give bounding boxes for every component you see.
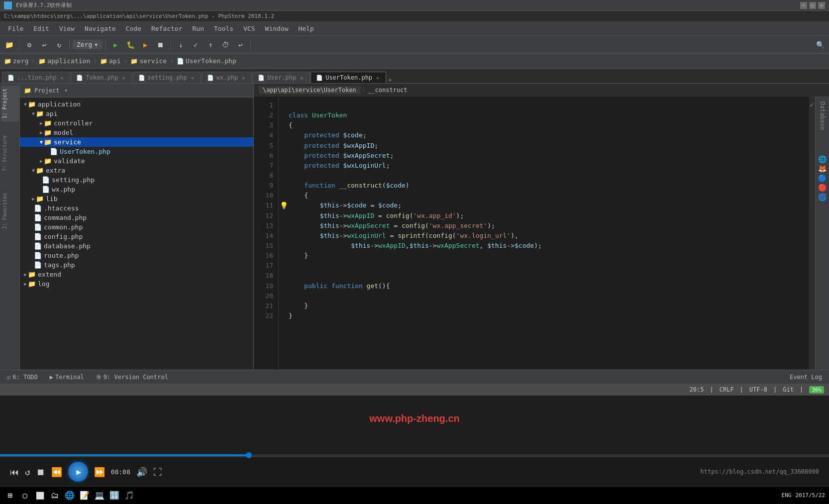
breadcrumb-service[interactable]: 📁 service xyxy=(130,57,167,65)
scrollbar[interactable]: ✓ xyxy=(809,97,815,370)
tab-close-3[interactable]: ✕ xyxy=(240,75,246,81)
fullscreen-button[interactable]: ⛶ xyxy=(153,467,162,477)
menu-run[interactable]: Run xyxy=(189,24,208,33)
calculator-taskbar[interactable]: 🔢 xyxy=(108,490,120,502)
next-button[interactable]: ⏩ xyxy=(94,467,105,477)
rewind-button[interactable]: ⏮ xyxy=(10,467,19,477)
firefox-icon[interactable]: 🦊 xyxy=(818,165,827,173)
tree-item-config[interactable]: 📄 config.php xyxy=(20,232,253,241)
menu-file[interactable]: File xyxy=(4,24,27,33)
tree-item-api[interactable]: ▼ 📁 api xyxy=(20,109,253,118)
tab-close-1[interactable]: ✕ xyxy=(121,75,127,81)
vcs-update-button[interactable]: ↓ xyxy=(174,38,188,52)
project-view-button[interactable]: 📁 xyxy=(2,38,16,52)
vcs-commit-button[interactable]: ✓ xyxy=(189,38,203,52)
tree-item-log[interactable]: ▶ 📁 log xyxy=(20,279,253,289)
chrome-icon[interactable]: 🌐 xyxy=(818,155,827,163)
menu-tools[interactable]: Tools xyxy=(210,24,237,33)
terminal-button[interactable]: ▶ Terminal xyxy=(48,373,86,382)
video-progress-thumb[interactable] xyxy=(246,452,252,458)
database-panel[interactable]: Database 🌐 🦊 🔵 🔴 🌀 xyxy=(815,97,829,370)
volume-button[interactable]: 🔊 xyxy=(136,467,147,477)
video-progress-bar[interactable] xyxy=(0,454,829,456)
prev-button[interactable]: ⏪ xyxy=(51,467,62,477)
menu-code[interactable]: Code xyxy=(122,24,145,33)
tab-close-2[interactable]: ✕ xyxy=(190,75,196,81)
tree-item-application[interactable]: ▼ 📁 application xyxy=(20,100,253,109)
cortana-button[interactable]: ⬜ xyxy=(34,490,46,502)
menu-navigate[interactable]: Navigate xyxy=(81,24,120,33)
more-tabs-button[interactable]: ▸ xyxy=(389,76,392,83)
close-button[interactable]: ✕ xyxy=(818,2,825,9)
event-log-button[interactable]: Event Log xyxy=(788,373,824,382)
menu-refactor[interactable]: Refactor xyxy=(147,24,187,33)
tree-item-route[interactable]: 📄 route.php xyxy=(20,251,253,260)
media-taskbar[interactable]: 🎵 xyxy=(123,490,135,502)
tab-close-0[interactable]: ✕ xyxy=(59,75,65,81)
breadcrumb-zerg[interactable]: 📁 zerg xyxy=(4,57,28,65)
debug-button[interactable]: 🐛 xyxy=(123,38,137,52)
reload-button[interactable]: ↻ xyxy=(52,38,66,52)
tree-item-lib[interactable]: ▶ 📁 lib xyxy=(20,194,253,203)
search-button[interactable]: ○ xyxy=(19,490,31,502)
maximize-button[interactable]: □ xyxy=(809,2,816,9)
tree-item-htaccess[interactable]: 📄 .htaccess xyxy=(20,203,253,213)
tab-3[interactable]: 📄 wx.php ✕ xyxy=(202,72,252,83)
tree-item-validate[interactable]: ▶ 📁 validate xyxy=(20,156,253,166)
tab-1[interactable]: 📄 Token.php ✕ xyxy=(71,72,132,83)
stop-button[interactable]: ⏹ xyxy=(153,38,167,52)
tree-item-controller[interactable]: ▶ 📁 controller xyxy=(20,118,253,128)
project-dropdown[interactable]: Zerg ▾ xyxy=(73,40,102,49)
tab-close-5[interactable]: ✕ xyxy=(375,75,381,81)
project-panel-button[interactable]: 1: Project xyxy=(1,86,19,121)
tree-item-service[interactable]: ▼ 📁 service xyxy=(20,137,253,147)
menu-vcs[interactable]: VCS xyxy=(239,24,259,33)
tree-item-command[interactable]: 📄 command.php xyxy=(20,213,253,222)
stop-button[interactable]: ⏹ xyxy=(36,467,45,477)
vcs-history-button[interactable]: ⏱ xyxy=(218,38,232,52)
phpstorm-taskbar[interactable]: 💻 xyxy=(94,490,105,502)
tree-item-model[interactable]: ▶ 📁 model xyxy=(20,128,253,137)
explorer-button[interactable]: 🗂 xyxy=(49,490,61,502)
notepad-taskbar[interactable]: 📝 xyxy=(79,490,91,502)
todo-button[interactable]: ☑ 6: TODO xyxy=(5,373,40,382)
favorites-panel-button[interactable]: 2: Favorites xyxy=(1,190,19,232)
vcs-push-button[interactable]: ↑ xyxy=(204,38,217,52)
profile-button[interactable]: ▶ xyxy=(138,38,152,52)
settings-button[interactable]: ⚙ xyxy=(22,38,36,52)
menu-window[interactable]: Window xyxy=(261,24,293,33)
tab-5[interactable]: 📄 UserToken.php ✕ xyxy=(311,72,386,83)
menu-edit[interactable]: Edit xyxy=(29,24,53,33)
tab-0[interactable]: 📄 ...tion.php ✕ xyxy=(2,72,70,83)
opera-icon[interactable]: 🔵 xyxy=(818,174,827,182)
tab-4[interactable]: 📄 User.php ✕ xyxy=(252,72,310,83)
sync-button[interactable]: ↩ xyxy=(37,38,51,52)
chrome-taskbar[interactable]: 🌐 xyxy=(64,490,76,502)
rotate-button[interactable]: ↺ xyxy=(25,467,30,477)
tree-item-extend[interactable]: ▶ 📁 extend xyxy=(20,270,253,279)
edge-icon[interactable]: 🌀 xyxy=(818,193,827,201)
menu-help[interactable]: Help xyxy=(295,24,318,33)
breadcrumb-file[interactable]: 📄 UserToken.php xyxy=(177,57,236,65)
tree-item-tags[interactable]: 📄 tags.php xyxy=(20,260,253,270)
start-button[interactable]: ⊞ xyxy=(4,490,16,502)
tree-item-extra[interactable]: ▼ 📁 extra xyxy=(20,166,253,175)
tree-item-setting[interactable]: 📄 setting.php xyxy=(20,175,253,185)
tab-2[interactable]: 📄 setting.php ✕ xyxy=(133,72,201,83)
code-editor[interactable]: class UserToken { protected $code; prote… xyxy=(279,97,809,370)
menu-view[interactable]: View xyxy=(55,24,79,33)
structure-panel-button[interactable]: 7: Structure xyxy=(1,132,19,174)
tree-item-database[interactable]: 📄 database.php xyxy=(20,241,253,251)
breadcrumb-application[interactable]: 📁 application xyxy=(38,57,90,65)
minimize-button[interactable]: ─ xyxy=(800,2,807,9)
tree-item-usertoken[interactable]: 📄 UserToken.php xyxy=(20,147,253,156)
ie-icon[interactable]: 🔴 xyxy=(818,184,827,192)
tree-item-wx[interactable]: 📄 wx.php xyxy=(20,185,253,194)
run-button[interactable]: ▶ xyxy=(108,38,122,52)
breadcrumb-api[interactable]: 📁 api xyxy=(100,57,120,65)
tab-close-4[interactable]: ✕ xyxy=(299,75,305,81)
tree-item-common[interactable]: 📄 common.php xyxy=(20,222,253,232)
undo-button[interactable]: ↩ xyxy=(233,38,247,52)
search-everywhere-button[interactable]: 🔍 xyxy=(813,38,827,52)
version-control-button[interactable]: ⑨ 9: Version Control xyxy=(94,373,170,382)
